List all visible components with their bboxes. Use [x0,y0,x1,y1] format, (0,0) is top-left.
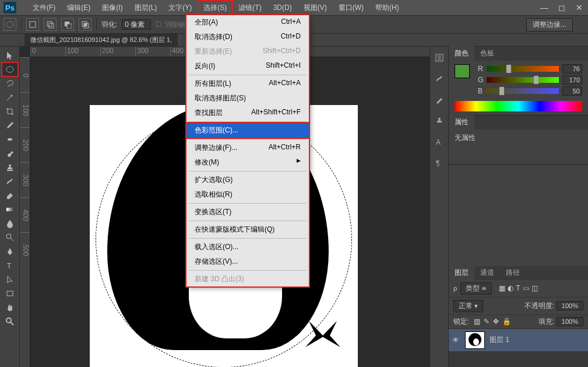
zoom-tool[interactable] [2,315,17,328]
menu-item[interactable]: 载入选区(O)... [186,240,309,254]
history-brush-tool[interactable] [2,175,17,188]
menu-item[interactable]: 存储选区(V)... [186,254,309,269]
filter-pixel-icon[interactable]: ▦ [499,284,505,292]
brush-preset-icon[interactable] [434,74,445,84]
close-button[interactable]: ✕ [571,2,588,13]
menu-layer[interactable]: 图层(L) [129,1,163,15]
menu-item[interactable]: 查找图层Alt+Shift+Ctrl+F [186,106,309,120]
menu-filter[interactable]: 滤镜(T) [233,1,267,15]
hand-tool[interactable] [2,301,17,314]
blur-tool[interactable] [2,217,17,230]
sel-subtract-icon[interactable] [61,18,74,31]
paragraph-icon[interactable]: ¶ [434,158,445,168]
lock-all-icon[interactable]: 🔒 [502,317,511,326]
clone-source-icon[interactable] [434,116,445,126]
refine-edge-button[interactable]: 调整边缘... [526,18,573,32]
menu-item[interactable]: 调整边缘(F)...Alt+Ctrl+R [186,141,309,155]
r-value[interactable] [562,64,582,74]
menu-item[interactable]: 反向(I)Shift+Ctrl+I [186,59,309,74]
healing-tool[interactable] [2,133,17,146]
b-label: B [478,87,483,95]
menu-file[interactable]: 文件(F) [27,1,61,15]
menu-type[interactable]: 文字(Y) [163,1,198,15]
lock-position-icon[interactable]: ✥ [493,317,499,326]
properties-tab[interactable]: 属性 [449,115,474,130]
g-value[interactable] [562,75,582,85]
sel-intersect-icon[interactable] [79,18,91,31]
layers-tab[interactable]: 图层 [449,265,474,280]
marquee-tool[interactable] [2,63,17,76]
character-icon[interactable]: A [434,137,445,147]
menu-help[interactable]: 帮助(H) [369,1,405,15]
r-slider[interactable] [487,66,559,72]
document-tab[interactable]: 微信截图_20210816091042.jpg @ 82.6% (图层 1, [24,34,178,46]
pen-tool[interactable] [2,245,17,258]
eraser-tool[interactable] [2,189,17,202]
sel-add-icon[interactable] [44,18,57,31]
shape-tool[interactable] [2,287,17,300]
lock-transparency-icon[interactable]: ▨ [474,317,480,326]
type-tool[interactable]: T [2,259,17,272]
menu-edit[interactable]: 编辑(E) [61,1,96,15]
g-slider[interactable] [487,77,559,83]
g-label: G [478,76,483,84]
menu-item[interactable]: 全部(A)Ctrl+A [186,15,309,30]
menu-item[interactable]: 在快速蒙版模式下编辑(Q) [186,222,309,237]
menu-select[interactable]: 选择(S) [198,1,233,15]
brush-icon[interactable] [434,95,445,105]
menu-item[interactable]: 取消选择图层(S) [186,91,309,106]
channels-tab[interactable]: 通道 [474,265,500,280]
swatches-tab[interactable]: 色板 [474,46,500,61]
brush-tool[interactable] [2,147,17,160]
menu-3d[interactable]: 3D(D) [267,1,298,14]
menu-item[interactable]: 色彩范围(C)... [186,123,309,138]
fill-value[interactable]: 100% [557,317,583,326]
magic-wand-tool[interactable] [2,91,17,104]
visibility-icon[interactable]: 👁 [452,336,460,344]
layer-kind-select[interactable]: 类型 ≑ [460,282,492,295]
foreground-swatch[interactable] [455,64,470,78]
paths-tab[interactable]: 路径 [500,265,526,280]
tool-preset-icon[interactable] [3,18,16,31]
spectrum-bar[interactable] [455,101,582,111]
svg-point-12 [6,234,11,239]
layer-row[interactable]: 👁 图层 1 [449,329,588,351]
filter-shape-icon[interactable]: ▭ [523,284,529,292]
stamp-tool[interactable] [2,161,17,174]
menu-item[interactable]: 选取相似(R) [186,187,309,202]
filter-adjust-icon[interactable]: ◐ [508,284,513,292]
gradient-tool[interactable] [2,203,17,216]
minimize-button[interactable]: — [536,2,553,13]
opacity-value[interactable]: 100% [557,301,583,310]
svg-rect-1 [30,22,36,27]
layer-thumbnail[interactable] [465,331,485,349]
menu-image[interactable]: 图像(I) [96,1,128,15]
crop-tool[interactable] [2,105,17,118]
sel-new-icon[interactable] [26,18,39,31]
feather-input[interactable] [122,19,151,30]
lock-paint-icon[interactable]: ✎ [484,317,490,326]
layer-name[interactable]: 图层 1 [490,335,509,345]
panel-dock: A ¶ [429,47,448,367]
maximize-button[interactable]: ◻ [553,2,571,13]
menu-item[interactable]: 所有图层(L)Alt+Ctrl+A [186,76,309,91]
b-slider[interactable] [486,88,559,94]
eyedropper-tool[interactable] [2,119,17,132]
menu-item[interactable]: 修改(M)▶ [186,155,309,170]
b-value[interactable] [562,86,582,96]
filter-smart-icon[interactable]: ◫ [531,284,538,292]
blend-mode-select[interactable]: 正常 ▾ [453,300,483,312]
path-select-tool[interactable] [2,273,17,286]
menu-view[interactable]: 视图(V) [298,1,333,15]
menu-item[interactable]: 扩大选取(G) [186,173,309,187]
move-tool[interactable] [2,49,17,62]
menu-window[interactable]: 窗口(W) [333,1,369,15]
menu-item[interactable]: 变换选区(T) [186,205,309,219]
filter-type-icon[interactable]: T [516,284,520,292]
color-tab[interactable]: 颜色 [449,46,474,61]
no-properties-label: 无属性 [455,134,476,142]
menu-item[interactable]: 取消选择(D)Ctrl+D [186,30,309,44]
history-icon[interactable] [434,53,445,63]
dodge-tool[interactable] [2,231,17,244]
lasso-tool[interactable] [2,77,17,90]
